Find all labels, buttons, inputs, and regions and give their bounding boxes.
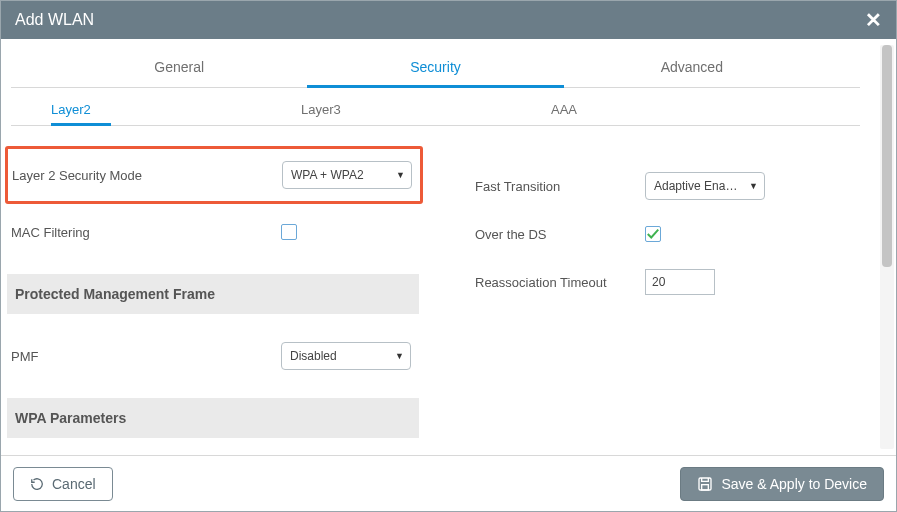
titlebar: Add WLAN ✕ [1, 1, 896, 39]
security-subtabs: Layer2 Layer3 AAA [11, 94, 860, 126]
modal-title: Add WLAN [15, 11, 94, 29]
main-tabs: General Security Advanced [11, 49, 860, 88]
close-icon[interactable]: ✕ [865, 8, 882, 32]
tab-layer3[interactable]: Layer3 [301, 94, 551, 125]
over-the-ds-row: Over the DS [475, 214, 860, 254]
pmf-section-header: Protected Management Frame [7, 274, 419, 314]
chevron-down-icon: ▼ [396, 170, 405, 180]
layer2-security-mode-value: WPA + WPA2 [291, 168, 364, 182]
pmf-label: PMF [11, 349, 281, 364]
tab-security[interactable]: Security [307, 49, 563, 88]
pmf-row: PMF Disabled ▼ [11, 336, 415, 376]
pmf-value: Disabled [290, 349, 337, 363]
add-wlan-modal: Add WLAN ✕ General Security Advanced Lay… [0, 0, 897, 512]
scrollbar[interactable] [880, 45, 894, 449]
reassociation-timeout-label: Reassociation Timeout [475, 275, 645, 290]
over-the-ds-checkbox[interactable] [645, 226, 661, 242]
scroll-thumb[interactable] [882, 45, 892, 267]
left-column: Layer 2 Security Mode WPA + WPA2 ▼ MAC F… [11, 146, 415, 500]
undo-icon [30, 477, 44, 491]
reassociation-timeout-input[interactable] [645, 269, 715, 295]
footer: Cancel Save & Apply to Device [1, 455, 896, 511]
tab-general[interactable]: General [51, 49, 307, 87]
layer2-security-mode-select[interactable]: WPA + WPA2 ▼ [282, 161, 412, 189]
fast-transition-select[interactable]: Adaptive Enab… ▼ [645, 172, 765, 200]
mac-filtering-checkbox[interactable] [281, 224, 297, 240]
save-apply-button[interactable]: Save & Apply to Device [680, 467, 884, 501]
tab-layer2[interactable]: Layer2 [51, 94, 301, 125]
over-the-ds-label: Over the DS [475, 227, 645, 242]
chevron-down-icon: ▼ [749, 181, 758, 191]
fast-transition-row: Fast Transition Adaptive Enab… ▼ [475, 166, 860, 206]
content: General Security Advanced Layer2 Layer3 … [1, 39, 890, 500]
save-icon [697, 476, 713, 492]
cancel-button[interactable]: Cancel [13, 467, 113, 501]
save-label: Save & Apply to Device [721, 476, 867, 492]
form-area: Layer 2 Security Mode WPA + WPA2 ▼ MAC F… [11, 146, 860, 500]
tab-advanced[interactable]: Advanced [564, 49, 820, 87]
chevron-down-icon: ▼ [395, 351, 404, 361]
modal-body: General Security Advanced Layer2 Layer3 … [1, 39, 896, 455]
fast-transition-label: Fast Transition [475, 179, 645, 194]
tab-aaa[interactable]: AAA [551, 94, 801, 125]
svg-rect-1 [702, 484, 709, 489]
layer2-security-mode-row: Layer 2 Security Mode WPA + WPA2 ▼ [5, 146, 423, 204]
right-column: Fast Transition Adaptive Enab… ▼ Over th… [475, 146, 860, 500]
wpa-params-header: WPA Parameters [7, 398, 419, 438]
reassociation-timeout-row: Reassociation Timeout [475, 262, 860, 302]
mac-filtering-row: MAC Filtering [11, 212, 415, 252]
mac-filtering-label: MAC Filtering [11, 225, 281, 240]
layer2-security-mode-label: Layer 2 Security Mode [12, 168, 282, 183]
fast-transition-value: Adaptive Enab… [654, 179, 742, 193]
cancel-label: Cancel [52, 476, 96, 492]
pmf-select[interactable]: Disabled ▼ [281, 342, 411, 370]
